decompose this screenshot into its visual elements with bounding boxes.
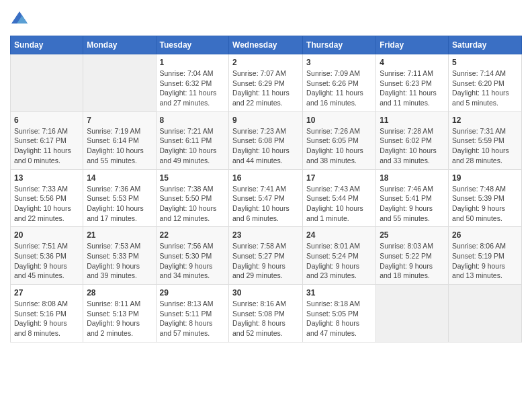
day-info: Sunrise: 8:06 AMSunset: 5:19 PMDaylight:… xyxy=(452,241,518,281)
day-info: Sunrise: 7:21 AMSunset: 6:11 PMDaylight:… xyxy=(160,126,226,166)
day-info: Sunrise: 7:46 AMSunset: 5:41 PMDaylight:… xyxy=(380,184,445,224)
calendar-cell: 4Sunrise: 7:11 AMSunset: 6:23 PMDaylight… xyxy=(376,54,449,112)
day-number: 29 xyxy=(160,288,226,298)
day-info: Sunrise: 7:33 AMSunset: 5:56 PMDaylight:… xyxy=(14,184,79,224)
calendar-week-row: 6Sunrise: 7:16 AMSunset: 6:17 PMDaylight… xyxy=(11,111,522,169)
day-number: 27 xyxy=(14,288,79,298)
day-number: 16 xyxy=(232,173,299,183)
day-info: Sunrise: 7:07 AMSunset: 6:29 PMDaylight:… xyxy=(232,68,299,108)
calendar-cell: 1Sunrise: 7:04 AMSunset: 6:32 PMDaylight… xyxy=(156,54,229,112)
day-number: 8 xyxy=(160,116,226,125)
weekday-header: Friday xyxy=(376,36,449,54)
calendar-cell: 16Sunrise: 7:41 AMSunset: 5:47 PMDayligh… xyxy=(229,169,303,227)
day-number: 19 xyxy=(452,173,518,183)
day-number: 25 xyxy=(380,230,445,240)
day-number: 1 xyxy=(160,58,226,67)
day-info: Sunrise: 7:14 AMSunset: 6:20 PMDaylight:… xyxy=(452,68,518,108)
day-number: 30 xyxy=(232,288,299,298)
calendar-week-row: 20Sunrise: 7:51 AMSunset: 5:36 PMDayligh… xyxy=(11,227,522,285)
calendar-cell xyxy=(11,54,83,112)
day-info: Sunrise: 7:31 AMSunset: 5:59 PMDaylight:… xyxy=(452,126,518,166)
day-number: 22 xyxy=(160,230,226,240)
day-info: Sunrise: 8:11 AMSunset: 5:13 PMDaylight:… xyxy=(87,299,152,338)
calendar-cell: 14Sunrise: 7:36 AMSunset: 5:53 PMDayligh… xyxy=(83,169,156,227)
calendar-cell: 23Sunrise: 7:58 AMSunset: 5:27 PMDayligh… xyxy=(229,227,303,285)
calendar-cell: 2Sunrise: 7:07 AMSunset: 6:29 PMDaylight… xyxy=(229,54,303,112)
weekday-header: Monday xyxy=(83,36,156,54)
calendar-cell: 3Sunrise: 7:09 AMSunset: 6:26 PMDaylight… xyxy=(303,54,376,112)
day-info: Sunrise: 7:09 AMSunset: 6:26 PMDaylight:… xyxy=(306,68,372,108)
calendar-cell xyxy=(449,285,522,342)
calendar-cell: 10Sunrise: 7:26 AMSunset: 6:05 PMDayligh… xyxy=(303,111,376,169)
day-info: Sunrise: 7:16 AMSunset: 6:17 PMDaylight:… xyxy=(14,126,79,166)
day-info: Sunrise: 7:11 AMSunset: 6:23 PMDaylight:… xyxy=(380,68,445,108)
day-number: 31 xyxy=(306,288,372,298)
day-info: Sunrise: 8:13 AMSunset: 5:11 PMDaylight:… xyxy=(160,299,226,338)
day-info: Sunrise: 7:26 AMSunset: 6:05 PMDaylight:… xyxy=(306,126,372,166)
day-info: Sunrise: 8:18 AMSunset: 5:05 PMDaylight:… xyxy=(306,299,372,338)
day-number: 18 xyxy=(380,173,445,183)
calendar-cell: 18Sunrise: 7:46 AMSunset: 5:41 PMDayligh… xyxy=(376,169,449,227)
weekday-header: Wednesday xyxy=(229,36,303,54)
day-info: Sunrise: 7:56 AMSunset: 5:30 PMDaylight:… xyxy=(160,241,226,281)
day-info: Sunrise: 7:23 AMSunset: 6:08 PMDaylight:… xyxy=(232,126,299,166)
calendar-cell xyxy=(376,285,449,342)
day-info: Sunrise: 8:01 AMSunset: 5:24 PMDaylight:… xyxy=(306,241,372,281)
day-info: Sunrise: 7:19 AMSunset: 6:14 PMDaylight:… xyxy=(87,126,152,166)
day-info: Sunrise: 7:36 AMSunset: 5:53 PMDaylight:… xyxy=(87,184,152,224)
day-info: Sunrise: 7:53 AMSunset: 5:33 PMDaylight:… xyxy=(87,241,152,281)
calendar-cell: 24Sunrise: 8:01 AMSunset: 5:24 PMDayligh… xyxy=(303,227,376,285)
weekday-header: Sunday xyxy=(11,36,83,54)
day-info: Sunrise: 7:04 AMSunset: 6:32 PMDaylight:… xyxy=(160,68,226,108)
calendar-cell: 11Sunrise: 7:28 AMSunset: 6:02 PMDayligh… xyxy=(376,111,449,169)
calendar-cell: 28Sunrise: 8:11 AMSunset: 5:13 PMDayligh… xyxy=(83,285,156,342)
calendar-cell: 22Sunrise: 7:56 AMSunset: 5:30 PMDayligh… xyxy=(156,227,229,285)
day-number: 6 xyxy=(14,116,79,125)
day-info: Sunrise: 8:08 AMSunset: 5:16 PMDaylight:… xyxy=(14,299,79,338)
day-number: 5 xyxy=(452,58,518,67)
day-number: 9 xyxy=(232,116,299,125)
day-info: Sunrise: 7:48 AMSunset: 5:39 PMDaylight:… xyxy=(452,184,518,224)
day-number: 15 xyxy=(160,173,226,183)
day-info: Sunrise: 7:51 AMSunset: 5:36 PMDaylight:… xyxy=(14,241,79,281)
calendar-cell: 15Sunrise: 7:38 AMSunset: 5:50 PMDayligh… xyxy=(156,169,229,227)
calendar-cell: 26Sunrise: 8:06 AMSunset: 5:19 PMDayligh… xyxy=(449,227,522,285)
day-number: 11 xyxy=(380,116,445,125)
calendar-cell: 17Sunrise: 7:43 AMSunset: 5:44 PMDayligh… xyxy=(303,169,376,227)
calendar-cell: 21Sunrise: 7:53 AMSunset: 5:33 PMDayligh… xyxy=(83,227,156,285)
calendar-cell: 6Sunrise: 7:16 AMSunset: 6:17 PMDaylight… xyxy=(11,111,83,169)
day-number: 4 xyxy=(380,58,445,67)
day-number: 7 xyxy=(87,116,152,125)
calendar-week-row: 1Sunrise: 7:04 AMSunset: 6:32 PMDaylight… xyxy=(11,54,522,112)
day-number: 23 xyxy=(232,230,299,240)
day-info: Sunrise: 7:28 AMSunset: 6:02 PMDaylight:… xyxy=(380,126,445,166)
calendar-cell: 25Sunrise: 8:03 AMSunset: 5:22 PMDayligh… xyxy=(376,227,449,285)
logo-icon xyxy=(10,10,29,29)
calendar-week-row: 27Sunrise: 8:08 AMSunset: 5:16 PMDayligh… xyxy=(11,285,522,342)
calendar-cell: 5Sunrise: 7:14 AMSunset: 6:20 PMDaylight… xyxy=(449,54,522,112)
calendar-header-row: SundayMondayTuesdayWednesdayThursdayFrid… xyxy=(11,36,522,54)
day-info: Sunrise: 7:43 AMSunset: 5:44 PMDaylight:… xyxy=(306,184,372,224)
calendar-cell: 19Sunrise: 7:48 AMSunset: 5:39 PMDayligh… xyxy=(449,169,522,227)
day-number: 28 xyxy=(87,288,152,298)
logo xyxy=(10,10,32,29)
calendar-cell: 29Sunrise: 8:13 AMSunset: 5:11 PMDayligh… xyxy=(156,285,229,342)
calendar-cell: 8Sunrise: 7:21 AMSunset: 6:11 PMDaylight… xyxy=(156,111,229,169)
calendar-cell xyxy=(83,54,156,112)
calendar-week-row: 13Sunrise: 7:33 AMSunset: 5:56 PMDayligh… xyxy=(11,169,522,227)
day-number: 12 xyxy=(452,116,518,125)
day-number: 3 xyxy=(306,58,372,67)
day-info: Sunrise: 8:03 AMSunset: 5:22 PMDaylight:… xyxy=(380,241,445,281)
day-number: 10 xyxy=(306,116,372,125)
day-number: 26 xyxy=(452,230,518,240)
weekday-header: Tuesday xyxy=(156,36,229,54)
calendar-cell: 30Sunrise: 8:16 AMSunset: 5:08 PMDayligh… xyxy=(229,285,303,342)
day-info: Sunrise: 8:16 AMSunset: 5:08 PMDaylight:… xyxy=(232,299,299,338)
day-info: Sunrise: 7:58 AMSunset: 5:27 PMDaylight:… xyxy=(232,241,299,281)
calendar-cell: 9Sunrise: 7:23 AMSunset: 6:08 PMDaylight… xyxy=(229,111,303,169)
weekday-header: Saturday xyxy=(449,36,522,54)
weekday-header: Thursday xyxy=(303,36,376,54)
calendar-cell: 7Sunrise: 7:19 AMSunset: 6:14 PMDaylight… xyxy=(83,111,156,169)
calendar-table: SundayMondayTuesdayWednesdayThursdayFrid… xyxy=(10,36,522,342)
day-number: 2 xyxy=(232,58,299,67)
